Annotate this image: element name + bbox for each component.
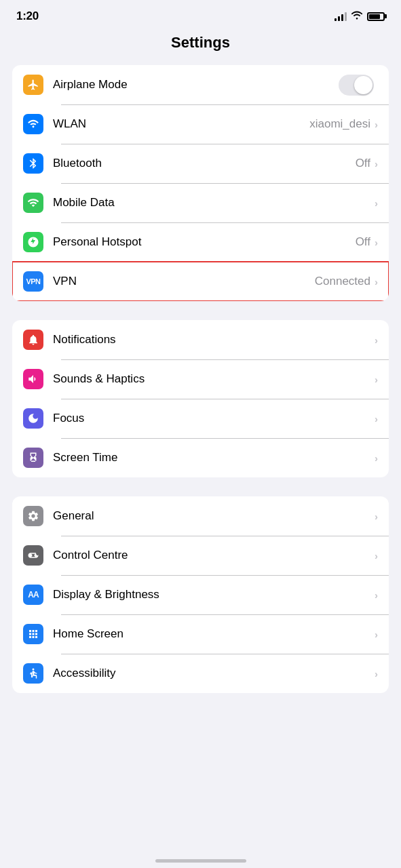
value-personal-hotspot: Off <box>356 235 370 249</box>
label-general: General <box>53 509 375 523</box>
chevron-personal-hotspot: › <box>375 237 378 248</box>
label-home-screen: Home Screen <box>53 627 375 641</box>
label-sounds-haptics: Sounds & Haptics <box>53 372 375 386</box>
toggle-airplane-mode[interactable] <box>339 75 374 96</box>
icon-display-brightness: AA <box>23 585 43 605</box>
settings-row-notifications[interactable]: Notifications› <box>12 320 389 359</box>
icon-accessibility <box>23 663 43 684</box>
vpn-text: VPN <box>26 277 40 285</box>
chevron-home-screen: › <box>375 629 378 640</box>
label-display-brightness: Display & Brightness <box>53 588 375 601</box>
label-wlan: WLAN <box>53 117 309 131</box>
icon-mobile-data <box>23 193 43 213</box>
icon-home-screen <box>23 624 43 644</box>
chevron-focus: › <box>375 413 378 425</box>
icon-sounds-haptics <box>23 369 43 389</box>
chevron-control-centre: › <box>375 550 378 561</box>
icon-control-centre <box>23 545 43 566</box>
signal-icon <box>335 12 347 21</box>
value-vpn: Connected <box>315 275 370 288</box>
settings-row-personal-hotspot[interactable]: Personal HotspotOff› <box>12 222 389 262</box>
settings-row-airplane-mode[interactable]: Airplane Mode <box>12 65 389 104</box>
icon-general <box>23 506 43 526</box>
label-airplane-mode: Airplane Mode <box>53 78 339 92</box>
icon-screen-time <box>23 448 43 468</box>
status-bar: 1:20 <box>0 0 401 28</box>
icon-airplane-mode <box>23 75 43 95</box>
settings-group-network: Airplane ModeWLANxiaomi_desi›BluetoothOf… <box>12 65 389 301</box>
settings-row-bluetooth[interactable]: BluetoothOff› <box>12 144 389 183</box>
label-control-centre: Control Centre <box>53 549 375 562</box>
page-title: Settings <box>0 28 401 65</box>
chevron-notifications: › <box>375 334 378 346</box>
settings-row-screen-time[interactable]: Screen Time› <box>12 438 389 477</box>
chevron-accessibility: › <box>375 668 378 679</box>
chevron-general: › <box>375 511 378 522</box>
chevron-screen-time: › <box>375 452 378 464</box>
settings-row-home-screen[interactable]: Home Screen› <box>12 614 389 654</box>
chevron-vpn: › <box>375 276 378 288</box>
value-wlan: xiaomi_desi <box>309 117 370 131</box>
svg-point-0 <box>33 669 35 671</box>
chevron-mobile-data: › <box>375 197 378 209</box>
settings-row-focus[interactable]: Focus› <box>12 399 389 438</box>
label-vpn: VPN <box>53 275 315 288</box>
status-icons <box>335 10 385 22</box>
label-personal-hotspot: Personal Hotspot <box>53 235 356 249</box>
icon-notifications <box>23 330 43 350</box>
settings-group-general-settings: General›Control Centre›AADisplay & Brigh… <box>12 496 389 693</box>
icon-vpn: VPN <box>23 271 43 292</box>
icon-focus <box>23 408 43 429</box>
settings-group-notifications: Notifications›Sounds & Haptics›Focus›Scr… <box>12 320 389 477</box>
label-accessibility: Accessibility <box>53 667 375 680</box>
settings-row-control-centre[interactable]: Control Centre› <box>12 536 389 575</box>
chevron-wlan: › <box>375 119 378 130</box>
home-indicator <box>155 859 246 863</box>
settings-row-accessibility[interactable]: Accessibility› <box>12 654 389 693</box>
icon-bluetooth <box>23 153 43 174</box>
settings-row-display-brightness[interactable]: AADisplay & Brightness› <box>12 575 389 614</box>
icon-wlan <box>23 114 43 134</box>
settings-row-sounds-haptics[interactable]: Sounds & Haptics› <box>12 359 389 399</box>
settings-row-vpn[interactable]: VPNVPNConnected› <box>12 262 389 301</box>
settings-row-wlan[interactable]: WLANxiaomi_desi› <box>12 104 389 144</box>
label-focus: Focus <box>53 412 375 425</box>
aa-text: AA <box>28 590 38 599</box>
label-mobile-data: Mobile Data <box>53 196 375 210</box>
chevron-bluetooth: › <box>375 158 378 170</box>
chevron-sounds-haptics: › <box>375 374 378 385</box>
chevron-display-brightness: › <box>375 589 378 601</box>
icon-personal-hotspot <box>23 232 43 252</box>
status-time: 1:20 <box>16 9 39 23</box>
label-bluetooth: Bluetooth <box>53 157 356 170</box>
label-screen-time: Screen Time <box>53 451 375 465</box>
value-bluetooth: Off <box>356 157 370 170</box>
settings-row-general[interactable]: General› <box>12 496 389 536</box>
settings-row-mobile-data[interactable]: Mobile Data› <box>12 183 389 222</box>
wifi-icon <box>351 10 363 22</box>
label-notifications: Notifications <box>53 333 375 347</box>
battery-icon <box>367 12 385 21</box>
